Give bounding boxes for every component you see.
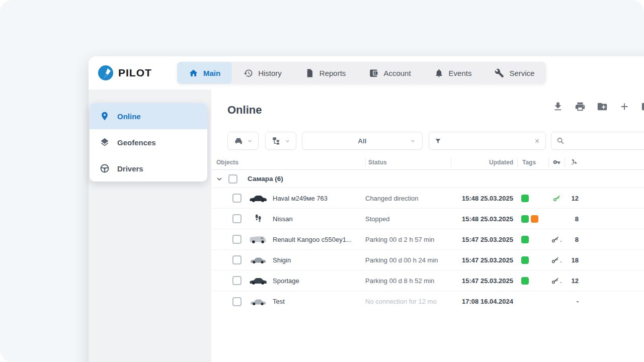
key-dot: .	[560, 277, 562, 285]
column-header-objects[interactable]: Objects	[211, 155, 365, 169]
app-window: PILOT Main History Reports Account	[89, 56, 644, 362]
tag-green	[521, 236, 529, 243]
group-select-value: All	[358, 137, 366, 145]
page-title: Online	[227, 104, 262, 117]
sidebar-item-label: Drivers	[117, 164, 143, 173]
chevron-down-icon	[410, 138, 416, 144]
main-navbar: Main History Reports Account Events	[177, 62, 546, 84]
brand-logo: PILOT	[98, 65, 152, 81]
search-icon	[556, 137, 565, 145]
vehicle-updated: 15:47 25.03.2025	[451, 236, 517, 243]
print-button[interactable]	[575, 101, 586, 112]
vehicle-tags	[517, 195, 548, 202]
key-icon	[551, 235, 559, 244]
vehicle-name: Nissan	[273, 215, 293, 223]
sidebar-item-online[interactable]: Online	[90, 103, 207, 129]
folder-open-icon	[641, 101, 644, 112]
add-button[interactable]	[619, 101, 630, 112]
vehicle-tags	[517, 236, 548, 243]
chevron-down-icon	[285, 138, 290, 144]
table-row[interactable]: Haval м249ме 763 Changed direction 15:48…	[211, 188, 644, 209]
column-header-status[interactable]: Status	[365, 155, 451, 169]
tab-service[interactable]: Service	[483, 62, 546, 84]
tab-label: Reports	[319, 69, 346, 77]
ignition-cell: .	[548, 277, 565, 285]
group-label: Самара (6)	[248, 175, 283, 183]
vehicle-photo	[249, 275, 268, 286]
tree-structure-icon	[272, 136, 281, 145]
tab-label: Service	[509, 69, 534, 77]
column-header-ignition[interactable]	[548, 155, 565, 169]
vehicle-status: Parking 00 d 00 h 24 min	[365, 256, 451, 264]
toolbar	[552, 101, 644, 112]
funnel-icon	[434, 137, 442, 145]
group-checkbox[interactable]	[228, 174, 237, 184]
tab-history[interactable]: History	[232, 62, 293, 84]
grouping-dropdown[interactable]	[265, 132, 296, 150]
add-folder-button[interactable]	[597, 101, 608, 112]
vehicle-updated: 15:48 25.03.2025	[451, 215, 517, 223]
table-row[interactable]: Test No connection for 12 mo 17:08 16.04…	[211, 291, 644, 312]
row-checkbox[interactable]	[232, 194, 242, 203]
tab-events[interactable]: Events	[423, 62, 484, 84]
tab-account[interactable]: Account	[357, 62, 422, 84]
collapse-group-icon[interactable]	[215, 175, 223, 183]
search-input[interactable]	[569, 137, 644, 145]
group-select[interactable]: All	[302, 132, 423, 150]
status-filter-dropdown[interactable]	[227, 132, 259, 150]
row-checkbox[interactable]	[232, 214, 242, 223]
wallet-icon	[369, 68, 378, 78]
satellite-icon	[571, 158, 578, 166]
column-label: Tags	[522, 159, 536, 166]
filter-input[interactable]	[446, 137, 530, 145]
column-label: Updated	[489, 159, 513, 166]
footprints-icon	[249, 213, 268, 224]
column-header-satellites[interactable]	[565, 155, 584, 169]
satellite-count: 8	[565, 236, 584, 243]
row-checkbox[interactable]	[232, 297, 242, 306]
table-row[interactable]: Shigin Parking 00 d 00 h 24 min 15:47 25…	[211, 250, 644, 270]
sidebar-item-geofences[interactable]: Geofences	[90, 129, 207, 155]
chevron-down-icon	[247, 138, 253, 144]
table-row[interactable]: Sportage Parking 00 d 8 h 52 min 15:47 2…	[211, 270, 644, 291]
pilot-logo-icon	[98, 65, 114, 81]
tag-green	[521, 256, 529, 264]
tab-reports[interactable]: Reports	[293, 62, 358, 84]
satellite-count: 12	[565, 277, 584, 285]
column-header-updated[interactable]: Updated	[451, 155, 517, 169]
vehicle-status: Changed direction	[365, 195, 451, 202]
download-button[interactable]	[552, 101, 564, 112]
main-content: Online	[211, 89, 644, 362]
tag-green	[521, 277, 529, 285]
vehicle-name: Renault Kangoo c550ey1...	[273, 236, 352, 243]
page-background: PILOT Main History Reports Account	[0, 0, 644, 362]
vehicle-updated: 17:08 16.04.2024	[451, 298, 517, 305]
satellite-count: -	[565, 298, 584, 305]
vehicle-name: Test	[273, 298, 285, 305]
folder-open-button[interactable]	[641, 101, 644, 112]
vehicle-status: Stopped	[365, 215, 451, 223]
filter-input-wrap	[429, 132, 546, 150]
clear-filter-icon[interactable]	[534, 138, 540, 144]
row-checkbox[interactable]	[232, 235, 242, 244]
vehicle-filter-icon	[234, 136, 243, 145]
steering-wheel-icon	[100, 163, 110, 173]
vehicle-updated: 15:48 25.03.2025	[451, 195, 517, 202]
vehicle-photo	[249, 234, 268, 245]
history-icon	[244, 68, 253, 78]
row-checkbox[interactable]	[232, 276, 242, 285]
wrench-icon	[495, 68, 504, 78]
printer-icon	[575, 101, 586, 112]
satellite-count: 8	[565, 215, 584, 223]
tab-label: Main	[203, 69, 220, 77]
sidebar-item-drivers[interactable]: Drivers	[90, 155, 207, 182]
column-label: Objects	[216, 159, 238, 166]
table-row[interactable]: Renault Kangoo c550ey1... Parking 00 d 2…	[211, 229, 644, 250]
tab-main[interactable]: Main	[177, 62, 232, 84]
row-checkbox[interactable]	[232, 255, 242, 264]
filter-bar: All	[227, 132, 644, 150]
table-row[interactable]: Nissan Stopped 15:48 25.03.2025 8	[211, 209, 644, 229]
vehicle-status: Parking 00 d 8 h 52 min	[365, 277, 451, 285]
key-green-icon	[552, 194, 561, 203]
column-header-tags[interactable]: Tags	[517, 155, 548, 169]
